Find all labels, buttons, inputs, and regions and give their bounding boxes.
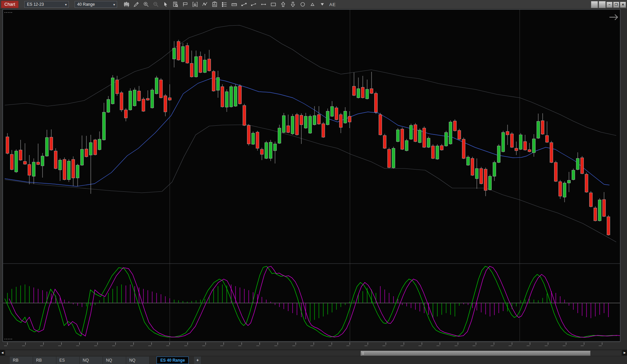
- zigzag-line-icon[interactable]: [200, 1, 210, 8]
- range-select-value: 40 Range: [77, 2, 95, 7]
- chart-menu-button[interactable]: Chart: [1, 1, 19, 8]
- chevron-down-icon: ▾: [65, 3, 67, 6]
- symbol-select-value: ES 12-23: [27, 2, 44, 7]
- price-label-icon[interactable]: [181, 1, 190, 8]
- ae-tool-button[interactable]: AE: [329, 2, 336, 7]
- main-toolbar: Chart ES 12-23 ▾ 40 Range ▾ AE: [0, 0, 627, 9]
- chevron-down-icon: ▾: [113, 3, 115, 6]
- tab-rb-0[interactable]: RB: [10, 357, 33, 364]
- horizontal-scrollbar[interactable]: ◀ ▶: [0, 349, 627, 356]
- close-button[interactable]: ✕: [620, 2, 626, 8]
- tab-rb-1[interactable]: RB: [33, 357, 56, 364]
- circle-tool-icon: [300, 1, 306, 7]
- arrow-down-icon[interactable]: [288, 1, 298, 8]
- chart-report-icon: [172, 1, 179, 7]
- line-segment-icon[interactable]: [239, 1, 249, 8]
- symbol-select[interactable]: ES 12-23 ▾: [24, 1, 69, 8]
- thumb-grip: [362, 352, 363, 355]
- draw-pencil-icon: [133, 1, 139, 7]
- tab-bar-spacer: [0, 357, 10, 364]
- scroll-left-button[interactable]: ◀: [0, 350, 5, 356]
- study-list-icon[interactable]: [220, 1, 229, 8]
- window-controls: –❐✕: [591, 1, 626, 8]
- extended-line-icon: [261, 1, 267, 7]
- window-button-2[interactable]: [599, 1, 606, 8]
- rectangle-tool-icon[interactable]: [269, 1, 278, 8]
- study-clipboard-icon[interactable]: [210, 1, 220, 8]
- zoom-out-icon[interactable]: [151, 1, 161, 8]
- candlestick-chart-icon: [124, 1, 130, 7]
- circle-tool-icon[interactable]: [298, 1, 308, 8]
- pointer-icon: [163, 1, 169, 7]
- zoom-out-icon: [153, 1, 159, 7]
- line-segment-icon: [241, 1, 247, 7]
- restore-button[interactable]: ❐: [613, 2, 619, 8]
- minimize-button[interactable]: –: [606, 2, 612, 8]
- tab-active-es-40-range[interactable]: ES 40 Range: [157, 357, 189, 364]
- chartbook-tab-bar: RBRBESNQNQNQES 40 Range+: [0, 357, 627, 364]
- ray-arrow-icon: [251, 1, 257, 7]
- study-list-icon: [221, 1, 227, 7]
- triangle-up-icon[interactable]: [308, 1, 318, 8]
- arrow-down-icon: [290, 1, 296, 7]
- triangle-up-icon: [309, 1, 316, 7]
- scroll-right-button[interactable]: ▶: [622, 350, 627, 356]
- tab-nq-4[interactable]: NQ: [103, 357, 126, 364]
- chart-background: [3, 9, 620, 341]
- candlestick-chart-icon[interactable]: [122, 1, 132, 8]
- ruler-icon[interactable]: [229, 1, 239, 8]
- triangle-down-icon[interactable]: [318, 1, 327, 8]
- arrow-up-icon[interactable]: [278, 1, 288, 8]
- trading-app-window: Chart ES 12-23 ▾ 40 Range ▾ AE –❐✕ ◀ ▶ R…: [0, 0, 627, 364]
- study-clipboard-icon: [212, 1, 218, 7]
- histogram-study-icon: [192, 1, 198, 7]
- chart-report-icon[interactable]: [171, 1, 181, 8]
- ruler-icon: [231, 1, 237, 7]
- draw-pencil-icon[interactable]: [132, 1, 141, 8]
- arrow-up-icon: [280, 1, 286, 7]
- ray-arrow-icon[interactable]: [249, 1, 259, 8]
- zoom-in-icon[interactable]: [141, 1, 151, 8]
- scrollbar-thumb[interactable]: [361, 351, 591, 356]
- tab-es-2[interactable]: ES: [56, 357, 80, 364]
- histogram-study-icon[interactable]: [190, 1, 200, 8]
- triangle-down-icon: [319, 1, 325, 7]
- price-label-icon: [182, 1, 188, 7]
- tab-nq-3[interactable]: NQ: [80, 357, 103, 364]
- zigzag-line-icon: [202, 1, 208, 7]
- toolbar-icons: [122, 1, 327, 8]
- rectangle-tool-icon: [270, 1, 276, 7]
- zoom-in-icon: [143, 1, 149, 7]
- extended-line-icon[interactable]: [259, 1, 269, 8]
- window-button-1[interactable]: [591, 1, 598, 8]
- add-tab-button[interactable]: +: [194, 357, 201, 364]
- tab-nq-5[interactable]: NQ: [126, 357, 149, 364]
- pointer-icon[interactable]: [161, 1, 171, 8]
- scrollbar-track[interactable]: [5, 350, 622, 356]
- range-select[interactable]: 40 Range ▾: [75, 1, 117, 8]
- chart-canvas[interactable]: [0, 0, 627, 364]
